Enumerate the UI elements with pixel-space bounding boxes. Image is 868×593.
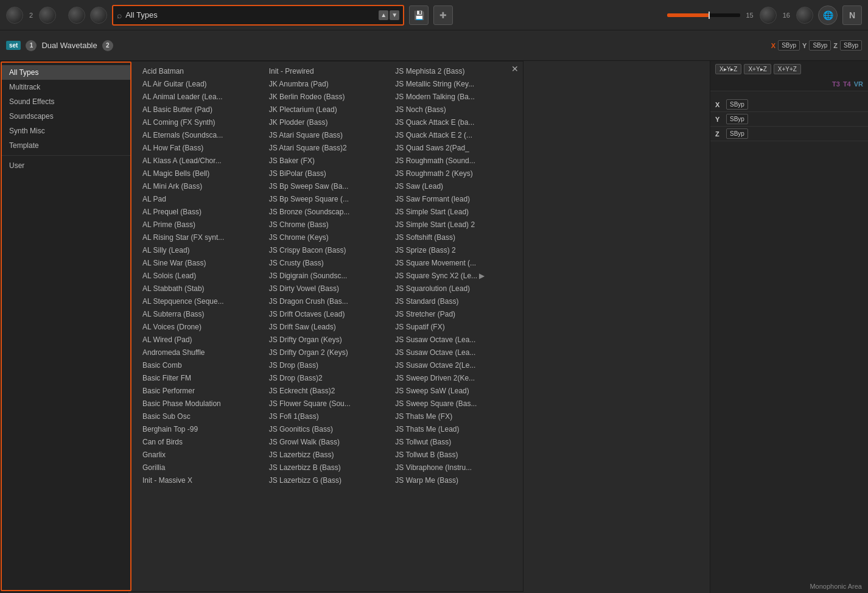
preset-item[interactable]: JS Drift Saw (Leads) xyxy=(264,321,391,333)
preset-item[interactable]: AL Animal Leader (Lea... xyxy=(138,91,264,103)
preset-item[interactable]: JS Saw (Lead) xyxy=(390,180,517,192)
preset-item[interactable]: JS Saw Formant (lead) xyxy=(390,193,517,205)
preset-item[interactable]: AL Stepquence (Seque... xyxy=(138,295,264,307)
preset-item[interactable]: JS Metallic String (Key... xyxy=(390,78,517,90)
preset-item[interactable]: JS Warp Me (Bass) xyxy=(390,474,517,486)
preset-item[interactable]: Basic Sub Osc xyxy=(138,410,264,423)
preset-item[interactable]: JS Susaw Octave (Lea... xyxy=(390,334,517,346)
preset-item[interactable]: Basic Filter FM xyxy=(138,372,264,384)
preset-item[interactable]: AL Klass A (Lead/Chor... xyxy=(138,155,264,167)
preset-item[interactable]: Acid Batman xyxy=(138,65,264,77)
preset-item[interactable]: JS Tollwut (Bass) xyxy=(390,436,517,448)
preset-item[interactable]: JS Supatif (FX) xyxy=(390,321,517,333)
preset-item[interactable]: AL Magic Bells (Bell) xyxy=(138,167,264,180)
preset-item[interactable]: JS Modern Talking (Ba... xyxy=(390,91,517,103)
preset-item[interactable]: JS Square Movement (... xyxy=(390,257,517,269)
preset-item[interactable]: AL Stabbath (Stab) xyxy=(138,282,264,295)
y-sbyp-button[interactable]: SByp xyxy=(809,40,831,51)
category-item-user[interactable]: User xyxy=(2,158,130,173)
preset-item[interactable]: AL Silly (Lead) xyxy=(138,244,264,256)
preset-item[interactable]: JS Dirty Vowel (Bass) xyxy=(264,282,391,295)
preset-item[interactable]: AL Eternals (Soundsca... xyxy=(138,129,264,141)
preset-item[interactable]: JS Dragon Crush (Bas... xyxy=(264,295,391,307)
preset-item[interactable]: JS Bp Sweep Square (... xyxy=(264,193,391,205)
category-item-all-types[interactable]: All Types xyxy=(2,65,130,80)
preset-item[interactable]: JS Quack Attack E (ba... xyxy=(390,116,517,128)
preset-item[interactable]: JS Lazerbizz (Bass) xyxy=(264,449,391,461)
preset-item[interactable]: JS Quad Saws 2(Pad_ xyxy=(390,142,517,154)
preset-item[interactable]: AL Prequel (Bass) xyxy=(138,206,264,218)
z-sbyp-button[interactable]: SByp xyxy=(840,40,862,51)
preset-item[interactable]: JK Plodder (Bass) xyxy=(264,116,391,128)
preset-item[interactable]: JS Atari Square (Bass)2 xyxy=(264,142,391,154)
preset-item[interactable]: JS Mephista 2 (Bass) xyxy=(390,65,517,77)
knob-2[interactable] xyxy=(39,7,56,24)
preset-item[interactable]: JS Susaw Octave 2(Le... xyxy=(390,359,517,371)
preset-item[interactable]: Andromeda Shuffle xyxy=(138,346,264,359)
xyz-button-3[interactable]: X+Y+Z xyxy=(774,64,801,74)
preset-item[interactable]: JS Drifty Organ 2 (Keys) xyxy=(264,346,391,359)
knob-16[interactable] xyxy=(796,7,813,24)
preset-item[interactable]: JS Chrome (Keys) xyxy=(264,231,391,244)
knob-3[interactable] xyxy=(68,7,85,24)
z-row-sbyp-button[interactable]: SByp xyxy=(726,128,748,139)
preset-item[interactable]: JS Drift Octaves (Lead) xyxy=(264,308,391,320)
preset-item[interactable]: AL Voices (Drone) xyxy=(138,321,264,333)
preset-item[interactable]: JK Anumbra (Pad) xyxy=(264,78,391,90)
add-button[interactable]: ✚ xyxy=(433,5,453,25)
preset-item[interactable]: JS Sweep SaW (Lead) xyxy=(390,385,517,397)
preset-item[interactable]: AL Rising Star (FX synt... xyxy=(138,231,264,244)
preset-item[interactable]: JS Lazerbizz B (Bass) xyxy=(264,461,391,474)
preset-item[interactable]: JS Atari Square (Bass) xyxy=(264,129,391,141)
preset-item[interactable]: JS Sweep Square (Bas... xyxy=(390,398,517,410)
preset-item[interactable]: JS Standard (Bass) xyxy=(390,295,517,307)
preset-item[interactable]: JS Chrome (Bass) xyxy=(264,219,391,231)
preset-item[interactable]: Berghain Top -99 xyxy=(138,423,264,435)
n-icon-button[interactable]: N xyxy=(842,5,862,25)
preset-item[interactable]: JS Vibraphone (Instru... xyxy=(390,461,517,474)
preset-item[interactable]: JS Drop (Bass) xyxy=(264,359,391,371)
category-item-multitrack[interactable]: Multitrack xyxy=(2,80,130,94)
category-item-template[interactable]: Template xyxy=(2,138,130,153)
preset-item[interactable]: AL Wired (Pad) xyxy=(138,334,264,346)
knob-1[interactable] xyxy=(6,7,23,24)
preset-item[interactable]: JS Lazerbizz G (Bass) xyxy=(264,474,391,486)
globe-icon-button[interactable]: 🌐 xyxy=(818,5,838,25)
preset-item[interactable]: JS Tollwut B (Bass) xyxy=(390,449,517,461)
preset-item[interactable]: JS Drifty Organ (Keys) xyxy=(264,334,391,346)
preset-item[interactable]: JS Thats Me (FX) xyxy=(390,410,517,423)
preset-item[interactable]: JS Goonitics (Bass) xyxy=(264,423,391,435)
preset-item[interactable]: JS Bronze (Soundscap... xyxy=(264,206,391,218)
xyz-button-1[interactable]: X▸Y▸Z xyxy=(715,64,741,74)
preset-item[interactable]: JS Squarolution (Lead) xyxy=(390,282,517,295)
preset-item[interactable]: Basic Phase Modulation xyxy=(138,398,264,410)
preset-item[interactable]: AL Mini Ark (Bass) xyxy=(138,180,264,192)
preset-item[interactable]: Gorillia xyxy=(138,461,264,474)
xyz-button-2[interactable]: X+Y▸Z xyxy=(744,64,771,74)
arrow-down-btn[interactable]: ▼ xyxy=(390,10,399,20)
preset-item[interactable]: JS Square Sync X2 (Le... xyxy=(390,270,517,282)
preset-item[interactable]: JS Susaw Octave (Lea... xyxy=(390,346,517,359)
save-button[interactable]: 💾 xyxy=(409,5,429,25)
preset-item[interactable]: AL Solois (Lead) xyxy=(138,270,264,282)
preset-item[interactable]: AL Pad xyxy=(138,193,264,205)
preset-item[interactable]: JS Sweep Driven 2(Ke... xyxy=(390,372,517,384)
knob-4[interactable] xyxy=(90,7,107,24)
preset-item[interactable]: JS Softshift (Bass) xyxy=(390,231,517,244)
preset-item[interactable]: Init - Massive X xyxy=(138,474,264,486)
arrow-up-btn[interactable]: ▲ xyxy=(379,10,388,20)
preset-item[interactable]: JS Noch (Bass) xyxy=(390,104,517,116)
preset-item[interactable]: JS Stretcher (Pad) xyxy=(390,308,517,320)
x-sbyp-button[interactable]: SByp xyxy=(778,40,800,51)
search-bar[interactable]: ⌕ All Types ▲ ▼ xyxy=(112,5,404,26)
preset-item[interactable]: JS Bp Sweep Saw (Ba... xyxy=(264,180,391,192)
preset-item[interactable]: AL Coming (FX Synth) xyxy=(138,116,264,128)
preset-item[interactable]: JS Growl Walk (Bass) xyxy=(264,436,391,448)
preset-item[interactable]: JS Flower Square (Sou... xyxy=(264,398,391,410)
preset-item[interactable]: Basic Performer xyxy=(138,385,264,397)
preset-item[interactable]: JK Plectarium (Lead) xyxy=(264,104,391,116)
preset-item[interactable]: AL Basic Butter (Pad) xyxy=(138,104,264,116)
preset-item[interactable]: JS Thats Me (Lead) xyxy=(390,423,517,435)
preset-item[interactable]: JS Simple Start (Lead) 2 xyxy=(390,219,517,231)
preset-item[interactable]: JS Crispy Bacon (Bass) xyxy=(264,244,391,256)
